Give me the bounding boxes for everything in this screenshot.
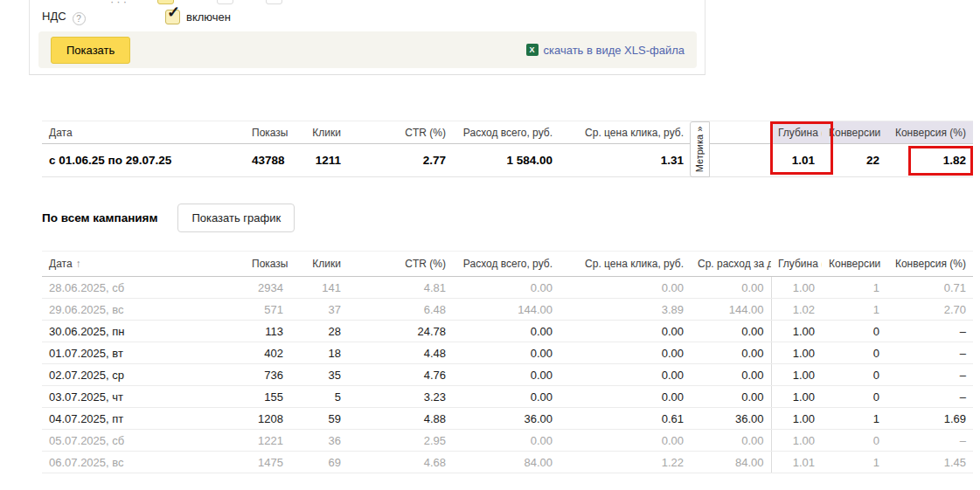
partial-checkbox[interactable] [217, 0, 233, 4]
help-icon[interactable]: ? [73, 12, 86, 25]
table-cell: 1.69 [886, 408, 973, 430]
vat-checkbox-label: включен [186, 10, 231, 24]
table-cell: 0.00 [691, 342, 771, 364]
daily-col-header[interactable]: Конверсии [822, 252, 886, 277]
table-cell: – [886, 321, 973, 342]
table-cell: 402 [245, 342, 290, 364]
table-cell: 1 [822, 452, 886, 473]
table-cell: 0.00 [691, 386, 771, 408]
table-cell: 4.88 [348, 408, 453, 430]
table-cell: 1.00 [771, 342, 822, 364]
table-cell: 0.00 [453, 386, 560, 408]
table-cell: 1.00 [771, 386, 822, 408]
summary-total-row: с 01.06.25 по 29.07.254378812112.771 584… [42, 144, 973, 177]
daily-table: Дата↑ПоказыКликиCTR (%)Расход всего, руб… [42, 251, 973, 473]
table-cell: 144.00 [691, 299, 771, 321]
daily-header-row: Дата↑ПоказыКликиCTR (%)Расход всего, руб… [42, 252, 973, 277]
daily-col-header[interactable]: Расход всего, руб. [453, 252, 560, 277]
table-cell: 113 [245, 321, 290, 342]
sort-asc-icon: ↑ [76, 258, 81, 270]
summary-col-header: Ср. цена клика, руб. [560, 121, 691, 144]
table-cell: 59 [290, 408, 348, 430]
table-cell: 30.06.2025, пн [42, 321, 245, 342]
table-cell: 144.00 [453, 299, 560, 321]
table-cell: 1 [822, 277, 886, 299]
summary-cell: с 01.06.25 по 29.07.25 [42, 144, 245, 177]
table-cell: 0.00 [560, 321, 691, 342]
table-cell: 571 [245, 299, 290, 321]
table-cell: 1.00 [771, 364, 822, 386]
daily-col-header[interactable]: Конверсия (%) [886, 252, 973, 277]
table-cell: 1.00 [771, 321, 822, 342]
xls-link-label: скачать в виде XLS-файла [544, 44, 685, 57]
statistics-page: ··· НДС? ✓ включен Показать X скачать в … [0, 0, 980, 490]
summary-table: ДатаПоказыКликиCTR (%)Расход всего, руб.… [42, 121, 973, 177]
metrica-tab-label: Метрика » [695, 127, 705, 173]
partial-checkbox[interactable] [266, 0, 282, 4]
table-cell: 4.48 [348, 342, 453, 364]
table-cell: 0 [822, 430, 886, 452]
table-row: 02.07.2025, ср736354.760.000.000.001.000… [42, 364, 973, 386]
table-cell: 24.78 [348, 321, 453, 342]
show-chart-button[interactable]: Показать график [177, 204, 295, 232]
table-cell: 1.00 [771, 408, 822, 430]
table-cell: 1 [822, 408, 886, 430]
summary-col-header: CTR (%) [348, 121, 453, 144]
daily-col-header[interactable]: CTR (%) [348, 252, 453, 277]
table-cell: 0.00 [453, 277, 560, 299]
table-cell: 141 [290, 277, 348, 299]
summary-cell: 43788 [245, 144, 290, 177]
vat-row: НДС? ✓ включен [42, 10, 689, 27]
table-cell: 0.00 [453, 342, 560, 364]
summary-col-header: Показы [245, 121, 290, 144]
table-cell: 2.95 [348, 430, 453, 452]
table-cell: 1 [822, 299, 886, 321]
daily-col-header[interactable]: Дата↑ [42, 252, 245, 277]
summary-header-row: ДатаПоказыКликиCTR (%)Расход всего, руб.… [42, 121, 973, 144]
vat-label: НДС [42, 10, 66, 23]
table-cell: 0.00 [691, 430, 771, 452]
table-cell: 84.00 [691, 452, 771, 473]
table-cell: 0.00 [560, 386, 691, 408]
metrica-tab[interactable]: Метрика » [690, 121, 710, 177]
summary-cell: 1.31 [560, 144, 691, 177]
xls-download-link[interactable]: X скачать в виде XLS-файла [526, 44, 685, 57]
table-cell: 1221 [245, 430, 290, 452]
table-cell: 3.23 [348, 386, 453, 408]
table-cell: 0.00 [691, 277, 771, 299]
table-cell: 0.00 [691, 364, 771, 386]
daily-col-header[interactable]: Ср. расход за день, руб. [691, 252, 771, 277]
table-cell: 29.06.2025, вс [42, 299, 245, 321]
table-cell: 2934 [245, 277, 290, 299]
table-cell: 02.07.2025, ср [42, 364, 245, 386]
table-cell: 35 [290, 364, 348, 386]
daily-col-header[interactable]: Показы [245, 252, 290, 277]
table-cell: 01.07.2025, вт [42, 342, 245, 364]
table-row: 30.06.2025, пн1132824.780.000.000.001.00… [42, 321, 973, 342]
summary-col-header: Конверсия (%) [886, 121, 973, 144]
table-cell: 28 [290, 321, 348, 342]
daily-col-header[interactable]: Клики [290, 252, 348, 277]
table-cell: 0.00 [453, 364, 560, 386]
table-cell: 0 [822, 364, 886, 386]
excel-icon: X [526, 44, 539, 56]
highlight-box-goal-cost [908, 146, 973, 176]
metrica-tab-spacer [710, 144, 771, 177]
checkbox-box[interactable]: ✓ [165, 10, 180, 24]
daily-col-header[interactable]: Ср. цена клика, руб. [560, 252, 691, 277]
table-cell: 1.02 [771, 299, 822, 321]
vat-checkbox[interactable]: ✓ включен [165, 10, 231, 24]
table-cell: 05.07.2025, сб [42, 430, 245, 452]
daily-col-header[interactable]: Глубина (стр.) [771, 252, 822, 277]
table-cell: 0.00 [560, 342, 691, 364]
filter-panel: ··· НДС? ✓ включен Показать X скачать в … [29, 0, 705, 75]
table-cell: 0.00 [560, 277, 691, 299]
table-row: 03.07.2025, чт15553.230.000.000.001.000–… [42, 386, 973, 408]
table-row: 28.06.2025, сб29341414.810.000.000.001.0… [42, 277, 973, 299]
table-cell: 0.00 [691, 321, 771, 342]
table-cell: 37 [290, 299, 348, 321]
table-cell: 1.01 [771, 452, 822, 473]
table-cell: 1475 [245, 452, 290, 473]
table-cell: 06.07.2025, вс [42, 452, 245, 473]
show-button[interactable]: Показать [51, 37, 130, 64]
